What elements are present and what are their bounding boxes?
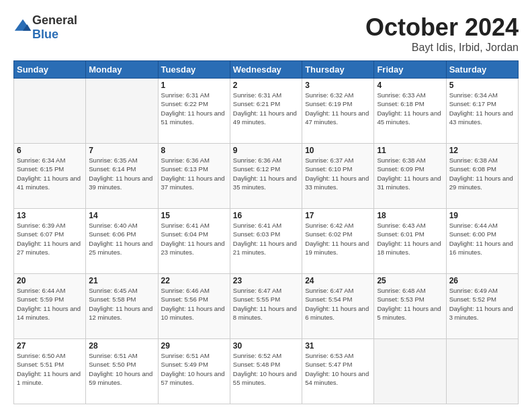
day-info: Sunrise: 6:35 AM Sunset: 6:14 PM Dayligh…: [89, 156, 154, 191]
calendar-cell: 2Sunrise: 6:31 AM Sunset: 6:21 PM Daylig…: [230, 79, 302, 144]
day-number: 4: [377, 81, 443, 90]
page: General Blue October 2024 Bayt Idis, Irb…: [0, 0, 532, 411]
day-info: Sunrise: 6:37 AM Sunset: 6:10 PM Dayligh…: [305, 156, 371, 191]
day-info: Sunrise: 6:41 AM Sunset: 6:03 PM Dayligh…: [233, 221, 299, 257]
calendar-cell: 8Sunrise: 6:36 AM Sunset: 6:13 PM Daylig…: [158, 144, 230, 209]
calendar-cell: 7Sunrise: 6:35 AM Sunset: 6:14 PM Daylig…: [86, 144, 158, 209]
calendar-cell: 14Sunrise: 6:40 AM Sunset: 6:06 PM Dayli…: [86, 209, 158, 274]
day-info: Sunrise: 6:47 AM Sunset: 5:55 PM Dayligh…: [233, 286, 299, 322]
title-block: October 2024 Bayt Idis, Irbid, Jordan: [365, 13, 519, 54]
week-row-5: 27Sunrise: 6:50 AM Sunset: 5:51 PM Dayli…: [14, 339, 519, 404]
day-info: Sunrise: 6:50 AM Sunset: 5:51 PM Dayligh…: [17, 351, 83, 387]
day-number: 3: [305, 81, 371, 90]
day-info: Sunrise: 6:48 AM Sunset: 5:53 PM Dayligh…: [377, 286, 443, 322]
calendar-cell: 24Sunrise: 6:47 AM Sunset: 5:54 PM Dayli…: [302, 274, 374, 339]
day-number: 22: [161, 276, 227, 285]
day-number: 19: [449, 211, 515, 220]
day-number: 18: [377, 211, 443, 220]
calendar-cell: 4Sunrise: 6:33 AM Sunset: 6:18 PM Daylig…: [374, 79, 446, 144]
calendar-cell: 17Sunrise: 6:42 AM Sunset: 6:02 PM Dayli…: [302, 209, 374, 274]
calendar-cell: 5Sunrise: 6:34 AM Sunset: 6:17 PM Daylig…: [446, 79, 518, 144]
day-number: 10: [305, 146, 371, 155]
calendar-cell: 18Sunrise: 6:43 AM Sunset: 6:01 PM Dayli…: [374, 209, 446, 274]
day-number: 27: [17, 341, 83, 351]
day-info: Sunrise: 6:39 AM Sunset: 6:07 PM Dayligh…: [17, 221, 83, 257]
day-info: Sunrise: 6:51 AM Sunset: 5:50 PM Dayligh…: [89, 351, 154, 387]
day-number: 29: [161, 341, 227, 351]
day-info: Sunrise: 6:32 AM Sunset: 6:19 PM Dayligh…: [305, 91, 371, 126]
calendar-cell: 29Sunrise: 6:51 AM Sunset: 5:49 PM Dayli…: [158, 339, 230, 404]
day-number: 2: [233, 81, 299, 90]
calendar-cell: [86, 79, 158, 144]
day-number: 20: [17, 276, 83, 285]
month-title: October 2024: [365, 13, 519, 42]
calendar-cell: 30Sunrise: 6:52 AM Sunset: 5:48 PM Dayli…: [230, 339, 302, 404]
calendar-cell: 16Sunrise: 6:41 AM Sunset: 6:03 PM Dayli…: [230, 209, 302, 274]
day-number: 31: [305, 341, 371, 351]
day-info: Sunrise: 6:43 AM Sunset: 6:01 PM Dayligh…: [377, 221, 443, 257]
day-info: Sunrise: 6:52 AM Sunset: 5:48 PM Dayligh…: [233, 351, 299, 387]
day-info: Sunrise: 6:41 AM Sunset: 6:04 PM Dayligh…: [161, 221, 227, 257]
calendar-cell: 12Sunrise: 6:38 AM Sunset: 6:08 PM Dayli…: [446, 144, 518, 209]
day-number: 30: [233, 341, 299, 351]
header-sunday: Sunday: [14, 61, 86, 79]
day-number: 16: [233, 211, 299, 220]
day-number: 24: [305, 276, 371, 285]
week-row-2: 6Sunrise: 6:34 AM Sunset: 6:15 PM Daylig…: [14, 144, 519, 209]
week-row-3: 13Sunrise: 6:39 AM Sunset: 6:07 PM Dayli…: [14, 209, 519, 274]
day-number: 25: [377, 276, 443, 285]
day-number: 6: [17, 146, 83, 155]
day-info: Sunrise: 6:33 AM Sunset: 6:18 PM Dayligh…: [377, 91, 443, 126]
calendar-cell: 22Sunrise: 6:46 AM Sunset: 5:56 PM Dayli…: [158, 274, 230, 339]
logo: General Blue: [13, 13, 77, 42]
week-row-1: 1Sunrise: 6:31 AM Sunset: 6:22 PM Daylig…: [14, 79, 519, 144]
day-info: Sunrise: 6:31 AM Sunset: 6:21 PM Dayligh…: [233, 91, 299, 126]
calendar-cell: 1Sunrise: 6:31 AM Sunset: 6:22 PM Daylig…: [158, 79, 230, 144]
day-info: Sunrise: 6:53 AM Sunset: 5:47 PM Dayligh…: [305, 351, 371, 387]
calendar-cell: 26Sunrise: 6:49 AM Sunset: 5:52 PM Dayli…: [446, 274, 518, 339]
day-info: Sunrise: 6:49 AM Sunset: 5:52 PM Dayligh…: [449, 286, 515, 322]
calendar-cell: 23Sunrise: 6:47 AM Sunset: 5:55 PM Dayli…: [230, 274, 302, 339]
calendar-cell: 27Sunrise: 6:50 AM Sunset: 5:51 PM Dayli…: [14, 339, 86, 404]
header-monday: Monday: [86, 61, 158, 79]
day-info: Sunrise: 6:44 AM Sunset: 5:59 PM Dayligh…: [17, 286, 83, 322]
day-info: Sunrise: 6:38 AM Sunset: 6:08 PM Dayligh…: [449, 156, 515, 191]
day-info: Sunrise: 6:34 AM Sunset: 6:15 PM Dayligh…: [17, 156, 83, 191]
calendar-cell: 6Sunrise: 6:34 AM Sunset: 6:15 PM Daylig…: [14, 144, 86, 209]
calendar-cell: 10Sunrise: 6:37 AM Sunset: 6:10 PM Dayli…: [302, 144, 374, 209]
day-number: 9: [233, 146, 299, 155]
day-number: 21: [89, 276, 154, 285]
day-number: 1: [161, 81, 227, 90]
day-info: Sunrise: 6:36 AM Sunset: 6:13 PM Dayligh…: [161, 156, 227, 191]
day-number: 8: [161, 146, 227, 155]
calendar-cell: 25Sunrise: 6:48 AM Sunset: 5:53 PM Dayli…: [374, 274, 446, 339]
day-info: Sunrise: 6:47 AM Sunset: 5:54 PM Dayligh…: [305, 286, 371, 322]
day-number: 14: [89, 211, 154, 220]
header-saturday: Saturday: [446, 61, 518, 79]
day-number: 12: [449, 146, 515, 155]
day-info: Sunrise: 6:40 AM Sunset: 6:06 PM Dayligh…: [89, 221, 154, 257]
calendar: Sunday Monday Tuesday Wednesday Thursday…: [13, 60, 519, 404]
calendar-cell: [446, 339, 518, 404]
day-number: 23: [233, 276, 299, 285]
header-tuesday: Tuesday: [158, 61, 230, 79]
weekday-header-row: Sunday Monday Tuesday Wednesday Thursday…: [14, 61, 519, 79]
calendar-cell: 15Sunrise: 6:41 AM Sunset: 6:04 PM Dayli…: [158, 209, 230, 274]
logo-general: General: [32, 13, 77, 27]
day-number: 11: [377, 146, 443, 155]
day-info: Sunrise: 6:44 AM Sunset: 6:00 PM Dayligh…: [449, 221, 515, 257]
calendar-cell: 9Sunrise: 6:36 AM Sunset: 6:12 PM Daylig…: [230, 144, 302, 209]
day-number: 7: [89, 146, 154, 155]
calendar-cell: 11Sunrise: 6:38 AM Sunset: 6:09 PM Dayli…: [374, 144, 446, 209]
day-number: 26: [449, 276, 515, 285]
day-number: 15: [161, 211, 227, 220]
day-info: Sunrise: 6:31 AM Sunset: 6:22 PM Dayligh…: [161, 91, 227, 126]
location: Bayt Idis, Irbid, Jordan: [365, 42, 519, 54]
header-friday: Friday: [374, 61, 446, 79]
calendar-cell: [14, 79, 86, 144]
day-info: Sunrise: 6:42 AM Sunset: 6:02 PM Dayligh…: [305, 221, 371, 257]
week-row-4: 20Sunrise: 6:44 AM Sunset: 5:59 PM Dayli…: [14, 274, 519, 339]
logo-icon: [13, 18, 32, 37]
day-info: Sunrise: 6:51 AM Sunset: 5:49 PM Dayligh…: [161, 351, 227, 387]
day-info: Sunrise: 6:36 AM Sunset: 6:12 PM Dayligh…: [233, 156, 299, 191]
